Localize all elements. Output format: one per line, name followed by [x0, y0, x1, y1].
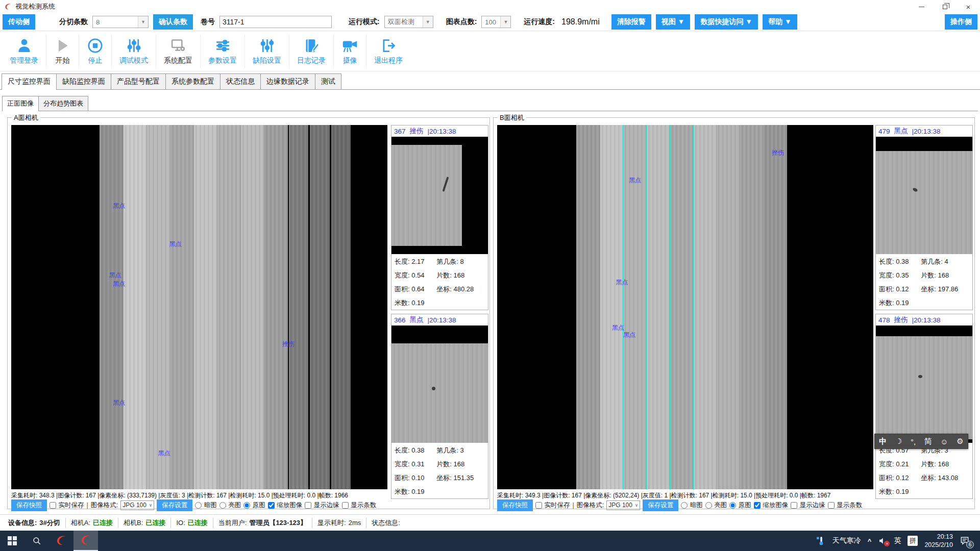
camera-a-defect-list: 367 挫伤 |20:13:38 长度: 2.17 第几条: 8 宽度: 0.5…: [391, 125, 488, 503]
windows-taskbar: 天气寒冷 ^ × 英 拼 20:13 2025/2/10 6: [0, 531, 980, 551]
strip-band-plain: [289, 125, 351, 489]
original-image-radio[interactable]: 原图: [729, 501, 751, 510]
subtab-trend-chart[interactable]: 分布趋势图表: [38, 96, 88, 111]
image-format-select[interactable]: JPG 100∨: [120, 500, 154, 510]
parameter-settings-button[interactable]: 参数设置: [200, 35, 244, 68]
ime-punctuation-icon[interactable]: °,: [911, 437, 916, 446]
show-strip-count-checkbox[interactable]: 显示条数: [828, 501, 862, 510]
clock-date: 2025/2/10: [924, 541, 953, 549]
system-config-button[interactable]: 系统配置: [156, 35, 200, 68]
clear-alarm-button[interactable]: 清除报警: [611, 14, 651, 30]
defect-thumbnail[interactable]: [876, 325, 972, 443]
log-record-button[interactable]: 日志记录: [289, 35, 333, 68]
ime-fullwidth-icon[interactable]: ☽: [895, 437, 902, 446]
running-app-button[interactable]: [74, 531, 98, 551]
defect-card[interactable]: 366 黑点 |20:13:38 长度: 0.38 第几条: 3 宽度: 0.3…: [391, 314, 488, 499]
original-image-radio[interactable]: 原图: [243, 501, 265, 510]
defect-marker-label: 黑点: [616, 278, 628, 287]
tab-product-model[interactable]: 产品型号配置: [111, 73, 166, 89]
admin-login-button[interactable]: 管理登录: [2, 35, 46, 68]
defect-type: 挫伤: [894, 315, 908, 324]
operator-side-button[interactable]: 操作侧: [945, 14, 977, 30]
language-indicator[interactable]: 英: [894, 536, 901, 545]
defect-settings-button[interactable]: 缺陷设置: [244, 35, 289, 68]
subtab-front-image[interactable]: 正面图像: [2, 96, 39, 111]
drive-side-button[interactable]: 传动侧: [3, 14, 35, 30]
start-button[interactable]: 开始: [46, 35, 79, 68]
tab-test[interactable]: 测试: [315, 73, 341, 89]
volume-muted-icon[interactable]: ×: [878, 536, 887, 545]
dark-image-radio[interactable]: 暗图: [195, 501, 216, 510]
defect-thumbnail[interactable]: [391, 137, 488, 254]
bright-image-radio[interactable]: 亮图: [219, 501, 241, 510]
tab-defect-monitor[interactable]: 缺陷监控界面: [56, 73, 111, 89]
data-quick-access-button[interactable]: 数据快捷访问 ▼: [695, 14, 758, 30]
thermometer-icon[interactable]: [816, 536, 826, 546]
start-button[interactable]: [0, 531, 24, 551]
show-edges-checkbox[interactable]: 显示边缘: [791, 501, 825, 510]
clock[interactable]: 20:13 2025/2/10: [924, 533, 953, 549]
ime-simplified-toggle[interactable]: 简: [924, 437, 932, 446]
save-snapshot-button[interactable]: 保存快照: [497, 499, 533, 511]
camera-b-status-text: 采集耗时: 349.3 |图像计数: 167 |像素坐标: (5202,24) …: [497, 491, 830, 500]
defect-card[interactable]: 367 挫伤 |20:13:38 长度: 2.17 第几条: 8 宽度: 0.5…: [391, 125, 488, 310]
connected-status: 已连接: [145, 518, 165, 528]
system-tray: 天气寒冷 ^ × 英 拼 20:13 2025/2/10 6: [816, 533, 980, 549]
realtime-save-checkbox[interactable]: 实时保存: [535, 501, 570, 510]
zoom-image-checkbox[interactable]: 缩放图像: [268, 501, 302, 510]
image-format-select[interactable]: JPG 100∨: [606, 500, 640, 510]
slit-count-select[interactable]: 8▼: [92, 16, 149, 28]
ime-indicator[interactable]: 拼: [908, 536, 918, 546]
save-snapshot-button[interactable]: 保存快照: [11, 499, 47, 511]
tab-size-monitor[interactable]: 尺寸监控界面: [2, 73, 57, 90]
run-mode-select[interactable]: 双面检测▼: [384, 16, 433, 28]
app-logo-icon: [55, 535, 67, 547]
help-menu-button[interactable]: 帮助 ▼: [763, 14, 797, 30]
camera-b-image[interactable]: 挫伤 黑点 黑点 黑点 黑点: [497, 125, 873, 489]
defect-card[interactable]: 479 黑点 |20:13:38 长度: 0.38 第几条: 4 宽度: 0.3…: [875, 125, 973, 310]
tab-system-params[interactable]: 系统参数配置: [165, 73, 220, 89]
show-strip-count-checkbox[interactable]: 显示条数: [342, 501, 376, 510]
bright-image-radio[interactable]: 亮图: [705, 501, 727, 510]
strip-band-detected: [100, 125, 288, 489]
search-button[interactable]: [24, 531, 49, 551]
defect-card[interactable]: 478 挫伤 |20:13:38 长度: 0.57 第几条: 3 宽度: 0.2…: [875, 314, 973, 499]
io-connection: IO: 已连接: [171, 518, 213, 528]
zoom-image-checkbox[interactable]: 缩放图像: [754, 501, 788, 510]
stop-button[interactable]: 停止: [79, 35, 111, 68]
camera-a-image[interactable]: 黑点 黑点 黑点 黑点 挫伤 黑点 黑点: [11, 125, 387, 489]
ime-emoji-icon[interactable]: ☺: [940, 437, 948, 446]
close-button[interactable]: ×: [957, 0, 980, 13]
tab-edge-data[interactable]: 边缘数据记录: [260, 73, 315, 89]
tray-expand-chevron[interactable]: ^: [868, 537, 872, 545]
maximize-button[interactable]: [933, 0, 957, 13]
defect-type: 黑点: [894, 127, 908, 136]
roll-number-input[interactable]: [219, 16, 332, 28]
sub-tabbar: 正面图像 分布趋势图表: [2, 96, 978, 111]
ime-mode-toggle[interactable]: 中: [879, 437, 887, 446]
exit-program-button[interactable]: 退出程序: [366, 35, 410, 68]
dark-image-radio[interactable]: 暗图: [681, 501, 702, 510]
realtime-save-checkbox[interactable]: 实时保存: [50, 501, 84, 510]
debug-mode-button[interactable]: 调试模式: [111, 35, 156, 68]
minimize-icon: [919, 7, 924, 7]
defect-time: |20:13:38: [428, 316, 456, 324]
defect-thumbnail[interactable]: [876, 137, 972, 254]
confirm-count-button[interactable]: 确认条数: [153, 14, 193, 30]
roll-number-label: 卷号: [201, 17, 215, 27]
chart-points-select[interactable]: 100▼: [481, 16, 511, 28]
pinned-app-button[interactable]: [49, 531, 74, 551]
ime-settings-gear-icon[interactable]: ⚙: [957, 437, 963, 446]
show-edges-checkbox[interactable]: 显示边缘: [305, 501, 339, 510]
camera-record-button[interactable]: 摄像: [333, 35, 366, 68]
save-settings-button[interactable]: 保存设置: [643, 499, 678, 511]
defect-thumbnail[interactable]: [391, 325, 488, 443]
save-settings-button[interactable]: 保存设置: [157, 499, 192, 511]
notification-center-button[interactable]: 6: [960, 536, 970, 546]
defect-marker-label: 黑点: [158, 449, 170, 458]
defect-marker-label: 黑点: [113, 280, 125, 288]
view-menu-button[interactable]: 视图 ▼: [656, 14, 691, 30]
minimize-button[interactable]: [910, 0, 933, 13]
tab-status-info[interactable]: 状态信息: [220, 73, 261, 89]
weather-text[interactable]: 天气寒冷: [832, 536, 861, 545]
